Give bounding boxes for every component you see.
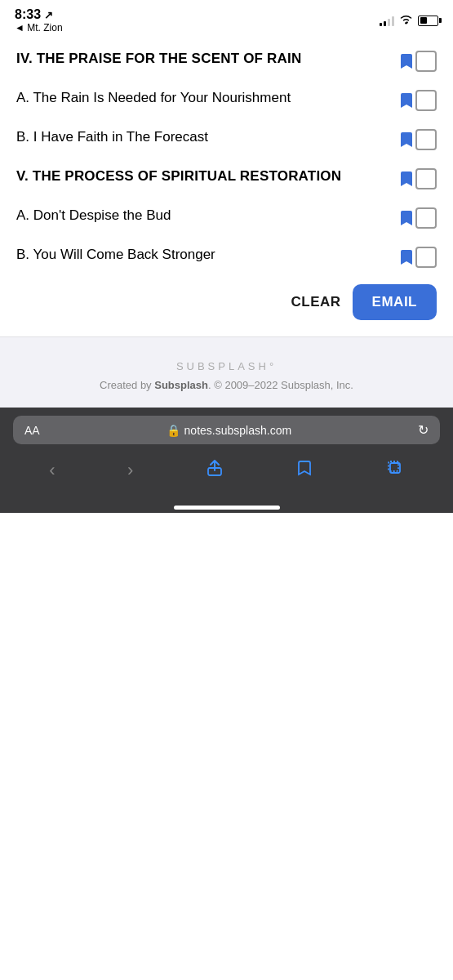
battery-icon <box>418 16 438 26</box>
bookmark-icon <box>401 132 412 147</box>
section-title: V. THE PROCESS OF SPIRITUAL RESTORATION <box>16 167 401 186</box>
checkbox-area <box>401 245 437 268</box>
bookmark-icon <box>401 93 412 108</box>
address-bar[interactable]: AA 🔒 notes.subsplash.com ↻ <box>13 416 440 444</box>
footer-copy-suffix: . © 2009–2022 Subsplash, Inc. <box>208 379 353 391</box>
checkbox-area <box>401 88 437 111</box>
back-button[interactable]: ‹ <box>38 455 66 486</box>
wifi-icon <box>399 14 413 27</box>
time-display: 8:33 <box>15 7 41 22</box>
main-content: IV. THE PRAISE FOR THE SCENT OF RAIN A. … <box>0 36 453 271</box>
status-right <box>380 14 438 27</box>
list-item: IV. THE PRAISE FOR THE SCENT OF RAIN <box>16 36 437 75</box>
svg-point-0 <box>405 22 407 24</box>
url-display: 🔒 notes.subsplash.com <box>167 424 292 437</box>
checkbox[interactable] <box>415 247 437 268</box>
bookmark-icon <box>401 211 412 225</box>
home-bar <box>174 506 280 510</box>
share-button[interactable] <box>194 454 235 487</box>
checkbox[interactable] <box>415 168 437 189</box>
bookmark-icon <box>401 54 412 69</box>
refresh-icon[interactable]: ↻ <box>418 422 429 438</box>
list-item: B. You Will Come Back Stronger <box>16 232 437 271</box>
bookmarks-button[interactable] <box>284 454 325 487</box>
url-text: notes.subsplash.com <box>184 424 292 437</box>
subsection-title: B. You Will Come Back Stronger <box>16 245 401 265</box>
home-indicator <box>0 495 453 513</box>
email-button[interactable]: EMAIL <box>353 284 437 320</box>
subsection-title: A. Don't Despise the Bud <box>16 206 401 225</box>
list-item: V. THE PROCESS OF SPIRITUAL RESTORATION <box>16 154 437 193</box>
checkbox[interactable] <box>415 51 437 72</box>
status-location: ◄ Mt. Zion <box>15 22 63 33</box>
list-item: B. I Have Faith in The Forecast <box>16 114 437 154</box>
status-bar: 8:33 ↗ ◄ Mt. Zion <box>0 0 453 36</box>
bookmark-icon <box>401 172 412 186</box>
lock-icon: 🔒 <box>167 424 180 437</box>
checkbox-area <box>401 127 437 150</box>
list-item: A. The Rain Is Needed for Your Nourishme… <box>16 75 437 114</box>
checkbox[interactable] <box>415 207 437 229</box>
browser-bar: AA 🔒 notes.subsplash.com ↻ ‹ › <box>0 408 453 495</box>
footer-copy-brand: Subsplash <box>154 379 208 391</box>
section-title: IV. THE PRAISE FOR THE SCENT OF RAIN <box>16 49 401 69</box>
checkbox-area <box>401 49 437 72</box>
list-item: A. Don't Despise the Bud <box>16 193 437 232</box>
footer: SUBSPLASH° Created by Subsplash. © 2009–… <box>0 336 453 408</box>
action-bar: CLEAR EMAIL <box>0 271 453 336</box>
checkbox[interactable] <box>415 129 437 150</box>
status-left: 8:33 ↗ ◄ Mt. Zion <box>15 7 63 33</box>
footer-brand: SUBSPLASH° <box>16 360 437 372</box>
checkbox[interactable] <box>415 90 437 111</box>
browser-nav-bar: ‹ › <box>13 451 440 488</box>
tabs-button[interactable] <box>375 454 415 487</box>
location-arrow-icon: ↗ <box>44 9 53 21</box>
clear-button[interactable]: CLEAR <box>291 294 341 310</box>
forward-button[interactable]: › <box>116 455 144 486</box>
checkbox-area <box>401 167 437 189</box>
subsection-title: A. The Rain Is Needed for Your Nourishme… <box>16 88 401 108</box>
font-size-control[interactable]: AA <box>24 424 40 437</box>
footer-copyright: Created by Subsplash. © 2009–2022 Subspl… <box>16 379 437 391</box>
footer-copy-prefix: Created by <box>100 379 154 391</box>
checkbox-area <box>401 206 437 229</box>
signal-icon <box>380 15 394 26</box>
subsection-title: B. I Have Faith in The Forecast <box>16 127 401 147</box>
bookmark-icon <box>401 250 412 265</box>
status-time: 8:33 ↗ <box>15 7 63 22</box>
